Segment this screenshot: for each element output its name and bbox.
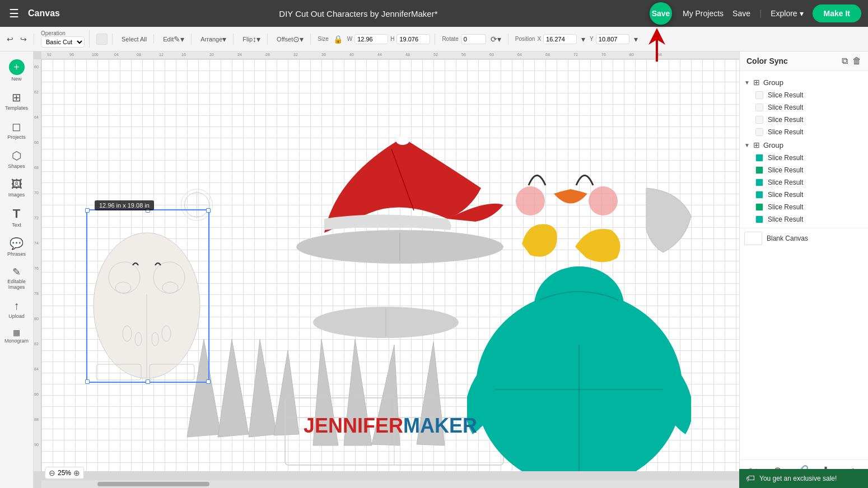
- svg-point-31: [534, 266, 624, 345]
- sidebar-item-projects[interactable]: ◻ Projects: [2, 116, 32, 143]
- group-row-1[interactable]: ▼ ⊞ Group: [740, 76, 868, 89]
- color-swatch[interactable]: [96, 34, 108, 45]
- save-circle-btn[interactable]: Save: [650, 2, 672, 25]
- scrollbar-thumb[interactable]: [97, 482, 209, 486]
- slice-row-2-5[interactable]: Slice Result: [740, 201, 868, 213]
- rotate-input[interactable]: [461, 34, 486, 44]
- slice-color-2-2: [755, 166, 763, 174]
- my-projects-btn[interactable]: My Projects: [683, 9, 724, 18]
- sidebar-item-upload[interactable]: ↑ Upload: [2, 296, 32, 322]
- edit-btn[interactable]: Edit ✎▾: [161, 34, 186, 45]
- nose-shape: [551, 188, 590, 216]
- slice-row-1-2[interactable]: Slice Result: [740, 101, 868, 114]
- width-input[interactable]: [354, 34, 388, 44]
- group2-icon: ⊞: [753, 140, 760, 149]
- arrange-group: Arrange ▾: [198, 34, 234, 45]
- sidebar-item-phrases[interactable]: 💬 Phrases: [2, 233, 32, 260]
- slice-row-2-1[interactable]: Slice Result: [740, 152, 868, 164]
- panel-header: Color Sync ⧉ 🗑: [740, 51, 868, 71]
- arrange-btn[interactable]: Arrange ▾: [198, 34, 228, 45]
- slice-row-1-1[interactable]: Slice Result: [740, 89, 868, 101]
- sidebar-item-images[interactable]: 🖼 Images: [2, 175, 32, 201]
- hamburger-menu[interactable]: ☰: [7, 6, 21, 21]
- sidebar-item-templates[interactable]: ⊞ Templates: [2, 87, 32, 114]
- templates-icon: ⊞: [12, 91, 21, 104]
- slice-row-2-3[interactable]: Slice Result: [740, 176, 868, 189]
- slice-color-2-5: [755, 203, 763, 211]
- images-label: Images: [8, 192, 25, 198]
- y-input[interactable]: [596, 34, 629, 44]
- redo-btn[interactable]: ↪: [18, 34, 29, 45]
- position-label: Position: [515, 36, 535, 42]
- right-side-wing: [635, 185, 697, 258]
- new-icon: +: [9, 59, 25, 75]
- slice-row-1-4[interactable]: Slice Result: [740, 126, 868, 138]
- x-arrow[interactable]: ▾: [579, 34, 587, 45]
- snowflake-shape: [179, 188, 215, 222]
- slice-row-2-2[interactable]: Slice Result: [740, 164, 868, 176]
- slice-label-2-1: Slice Result: [768, 154, 803, 162]
- explore-btn[interactable]: Explore ▾: [771, 9, 803, 18]
- slice-label-1-4: Slice Result: [768, 128, 803, 136]
- main-layout: + New ⊞ Templates ◻ Projects ⬡ Shapes 🖼 …: [0, 51, 868, 488]
- sidebar-item-text[interactable]: T Text: [2, 203, 32, 231]
- flip-btn[interactable]: Flip ↕▾: [240, 34, 263, 45]
- sidebar-item-editable-images[interactable]: ✎ Editable Images: [2, 262, 32, 294]
- canvas-wrapper[interactable]: 92 96 100 04 08 12 16 20 24 28 32 36 40 …: [34, 51, 739, 488]
- right-panel: Color Sync ⧉ 🗑 ▼ ⊞ Group Slice Result Sl…: [739, 51, 868, 488]
- panel-delete-btn[interactable]: 🗑: [852, 56, 861, 66]
- select-all-btn[interactable]: Select All: [119, 35, 149, 44]
- slice-row-1-3[interactable]: Slice Result: [740, 114, 868, 126]
- height-label: H: [390, 36, 394, 42]
- slice-row-2-4[interactable]: Slice Result: [740, 189, 868, 201]
- operation-group: Operation Basic Cut: [41, 30, 90, 48]
- app-title: Canvas: [28, 8, 60, 18]
- text-icon: T: [13, 207, 20, 221]
- slice-color-2-6: [755, 215, 763, 223]
- height-input[interactable]: [396, 34, 430, 44]
- size-tooltip: 12.96 in x 19.08 in: [95, 200, 154, 210]
- sidebar-item-new[interactable]: + New: [2, 56, 32, 85]
- slice-color-2-3: [755, 179, 763, 186]
- svg-point-27: [589, 186, 618, 215]
- x-input[interactable]: [543, 34, 577, 44]
- new-label: New: [11, 76, 21, 82]
- zoom-in-btn[interactable]: ⊕: [73, 468, 80, 477]
- make-it-btn[interactable]: Make It: [813, 4, 861, 22]
- rotate-label: Rotate: [442, 36, 458, 42]
- jennifermaker-text: JENNIFERMAKER: [304, 414, 477, 438]
- slice-label-1-2: Slice Result: [768, 104, 803, 111]
- slice-row-2-6[interactable]: Slice Result: [740, 213, 868, 226]
- shapes-label: Shapes: [8, 163, 25, 169]
- slice-color-1-4: [755, 128, 763, 136]
- canvas-grid: 12.96 in x 19.08 in: [41, 59, 739, 471]
- size-label: Size: [318, 36, 328, 42]
- doc-title: DIY Cut Out Characters by JenniferMaker*: [60, 9, 657, 18]
- color-swatch-group: [96, 34, 113, 45]
- jennifer-text: JENNIFER: [304, 414, 403, 437]
- slice-label-2-2: Slice Result: [768, 166, 803, 174]
- sidebar-item-shapes[interactable]: ⬡ Shapes: [2, 146, 32, 172]
- lock-icon[interactable]: 🔒: [331, 34, 345, 45]
- canvas-area[interactable]: 12.96 in x 19.08 in: [41, 59, 739, 471]
- blank-canvas-label: Blank Canvas: [767, 234, 808, 242]
- sidebar-item-monogram[interactable]: ▦ Monogram: [2, 325, 32, 347]
- upload-icon: ↑: [14, 299, 20, 312]
- slice-color-2-1: [755, 154, 763, 162]
- scrollbar-bottom[interactable]: [41, 480, 739, 488]
- y-arrow[interactable]: ▾: [632, 34, 640, 45]
- operation-select[interactable]: Basic Cut: [41, 36, 85, 48]
- rotate-icon[interactable]: ⟳▾: [488, 34, 503, 45]
- nav-left: ☰ Canvas: [7, 6, 60, 21]
- width-label: W: [347, 36, 352, 42]
- slice-label-1-1: Slice Result: [768, 91, 803, 99]
- zoom-out-btn[interactable]: ⊖: [49, 468, 55, 477]
- slice-color-1-3: [755, 116, 763, 124]
- panel-header-icons: ⧉ 🗑: [842, 56, 861, 66]
- zoom-controls: ⊖ 25% ⊕: [45, 467, 84, 479]
- group-row-2[interactable]: ▼ ⊞ Group: [740, 138, 868, 152]
- panel-copy-btn[interactable]: ⧉: [842, 56, 848, 66]
- save-btn[interactable]: Save: [732, 9, 750, 18]
- offset-btn[interactable]: Offset ⊙▾: [274, 34, 306, 45]
- undo-btn[interactable]: ↩: [4, 34, 16, 45]
